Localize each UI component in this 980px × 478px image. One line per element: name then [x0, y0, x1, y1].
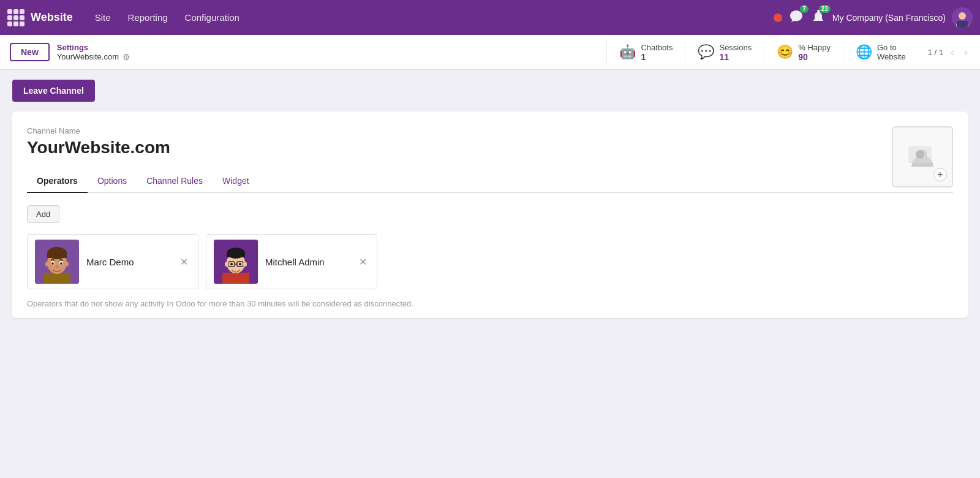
user-avatar[interactable] — [952, 7, 973, 28]
nav-link-reporting[interactable]: Reporting — [121, 9, 175, 26]
notifications-badge: 23 — [819, 5, 831, 13]
messages-badge: 7 — [800, 5, 809, 13]
top-navigation: Website Site Reporting Configuration 7 2… — [0, 0, 980, 35]
mitchell-admin-name: Mitchell Admin — [265, 257, 349, 267]
tab-operators[interactable]: Operators — [27, 170, 88, 193]
status-dot — [774, 13, 782, 22]
svg-point-33 — [225, 262, 228, 267]
stat-pills: 🤖 Chatbots 1 💬 Sessions 11 😊 % Happy 90 … — [606, 39, 918, 66]
pagination-text: 1 / 1 — [928, 48, 943, 57]
photo-add-icon: + — [933, 168, 947, 181]
operators-note: Operators that do not show any activity … — [27, 299, 953, 308]
new-button[interactable]: New — [10, 43, 50, 61]
svg-point-31 — [230, 263, 233, 265]
svg-point-6 — [916, 150, 924, 159]
operators-list: Marc Demo ✕ — [27, 234, 953, 289]
messages-icon-badge[interactable]: 7 — [788, 9, 804, 27]
sessions-value: 11 — [719, 52, 752, 62]
marc-remove-button[interactable]: ✕ — [178, 254, 190, 270]
company-name[interactable]: My Company (San Francisco) — [832, 13, 946, 23]
svg-rect-9 — [43, 273, 70, 284]
breadcrumb: Settings YourWebsite.com ⚙ — [57, 43, 130, 62]
sessions-icon: 💬 — [698, 44, 714, 60]
stat-chatbots[interactable]: 🤖 Chatbots 1 — [606, 39, 685, 66]
marc-demo-name: Marc Demo — [86, 257, 170, 267]
happy-label: % Happy — [798, 43, 831, 52]
stat-sessions[interactable]: 💬 Sessions 11 — [685, 39, 764, 66]
happy-value: 90 — [798, 52, 831, 62]
svg-point-1 — [959, 12, 966, 20]
svg-point-18 — [45, 262, 49, 267]
happy-icon: 😊 — [777, 44, 793, 60]
main-content: Leave Channel + Channel Name YourWebsite… — [0, 70, 980, 478]
next-page-button[interactable]: › — [962, 45, 970, 60]
breadcrumb-current: YourWebsite.com — [57, 52, 119, 61]
form-card: + Channel Name YourWebsite.com Operators… — [12, 112, 968, 318]
goto-website-button[interactable]: 🌐 Go toWebsite — [843, 39, 918, 65]
settings-gear-icon[interactable]: ⚙ — [123, 52, 130, 62]
topnav-right-area: 7 23 My Company (San Francisco) — [774, 7, 973, 28]
tab-channel-rules[interactable]: Channel Rules — [137, 170, 213, 193]
svg-point-17 — [56, 266, 58, 268]
svg-point-32 — [239, 263, 241, 265]
globe-icon: 🌐 — [856, 44, 872, 60]
pagination: 1 / 1 ‹ › — [928, 45, 970, 60]
svg-rect-3 — [957, 21, 968, 28]
chatbots-icon: 🤖 — [619, 44, 636, 60]
channel-name-label: Channel Name — [27, 126, 953, 135]
svg-point-19 — [65, 262, 69, 267]
svg-rect-25 — [227, 253, 245, 257]
goto-label: Go toWebsite — [877, 43, 906, 61]
nav-links: Site Reporting Configuration — [88, 9, 774, 26]
sub-navigation: New Settings YourWebsite.com ⚙ 🤖 Chatbot… — [0, 35, 980, 70]
svg-point-16 — [60, 262, 62, 265]
nav-link-configuration[interactable]: Configuration — [178, 9, 247, 26]
mitchell-remove-button[interactable]: ✕ — [356, 254, 369, 270]
channel-photo-upload[interactable]: + — [892, 126, 953, 188]
svg-point-15 — [51, 262, 54, 265]
apps-icon[interactable] — [7, 9, 24, 26]
sessions-label: Sessions — [719, 43, 752, 52]
svg-rect-12 — [47, 253, 67, 258]
form-tabs: Operators Options Channel Rules Widget — [27, 170, 953, 193]
channel-name-value[interactable]: YourWebsite.com — [27, 138, 953, 157]
app-brand: Website — [31, 11, 73, 24]
operator-card-marc: Marc Demo ✕ — [27, 234, 198, 289]
notifications-icon-badge[interactable]: 23 — [810, 9, 826, 27]
marc-avatar — [35, 240, 79, 284]
svg-point-34 — [243, 262, 247, 267]
nav-link-site[interactable]: Site — [88, 9, 118, 26]
tab-options[interactable]: Options — [88, 170, 137, 193]
add-operator-button[interactable]: Add — [27, 205, 59, 223]
stat-happy[interactable]: 😊 % Happy 90 — [764, 39, 843, 66]
mitchell-avatar — [214, 240, 258, 284]
operator-card-mitchell: Mitchell Admin ✕ — [206, 234, 377, 289]
chatbots-value: 1 — [641, 52, 673, 62]
prev-page-button[interactable]: ‹ — [948, 45, 957, 60]
breadcrumb-parent[interactable]: Settings — [57, 43, 130, 52]
tab-widget[interactable]: Widget — [213, 170, 259, 193]
leave-channel-button[interactable]: Leave Channel — [12, 80, 95, 102]
chatbots-label: Chatbots — [641, 43, 673, 52]
